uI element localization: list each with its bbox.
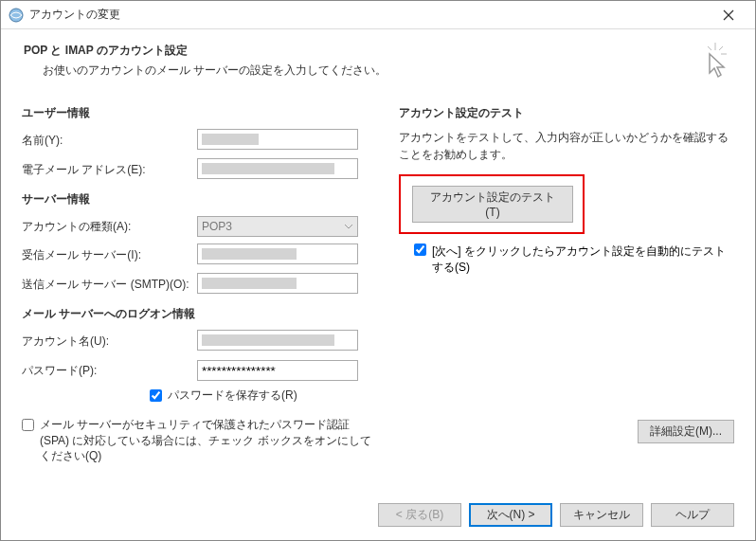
row-save-password: パスワードを保存する(R) [150,388,382,404]
label-email: 電子メール アドレス(E): [22,162,197,178]
right-column: アカウント設定のテスト アカウントをテストして、入力内容が正しいかどうかを確認す… [399,96,734,468]
dialog-window: アカウントの変更 POP と IMAP のアカウント設定 お使いのアカウントのメ… [0,0,756,541]
svg-point-0 [9,9,23,22]
close-button[interactable] [710,2,747,28]
account-type-select: POP3 [197,216,358,237]
cursor-icon [702,43,732,81]
more-settings-button[interactable]: 詳細設定(M)... [638,420,734,443]
header: POP と IMAP のアカウント設定 お使いのアカウントのメール サーバーの設… [1,29,755,86]
next-button[interactable]: 次へ(N) > [469,503,552,527]
section-user-info: ユーザー情報 [22,105,382,121]
label-password: パスワード(P): [22,363,197,379]
label-auto-test: [次へ] をクリックしたらアカウント設定を自動的にテストする(S) [432,243,734,276]
chevron-down-icon [344,221,353,234]
svg-line-5 [719,46,723,50]
row-spa: メール サーバーがセキュリティで保護されたパスワード認証 (SPA) に対応して… [22,417,382,464]
test-description: アカウントをテストして、入力内容が正しいかどうかを確認することをお勧めします。 [399,129,734,163]
name-input[interactable] [197,129,358,150]
row-name: 名前(Y): [22,129,382,153]
email-input[interactable] [197,158,358,179]
app-icon [9,8,24,23]
content: ユーザー情報 名前(Y): 電子メール アドレス(E): サーバー情報 アカウン… [1,86,755,468]
section-logon-info: メール サーバーへのログオン情報 [22,306,382,322]
section-test-title: アカウント設定のテスト [399,105,734,121]
auto-test-checkbox[interactable] [414,243,426,256]
test-settings-button[interactable]: アカウント設定のテスト(T) [412,186,573,223]
window-title: アカウントの変更 [29,7,710,23]
row-outgoing: 送信メール サーバー (SMTP)(O): [22,273,382,297]
help-button[interactable]: ヘルプ [651,503,734,527]
label-spa: メール サーバーがセキュリティで保護されたパスワード認証 (SPA) に対応して… [40,417,382,464]
account-type-value: POP3 [202,220,232,233]
svg-line-4 [708,46,711,50]
cancel-button[interactable]: キャンセル [560,503,643,527]
incoming-input[interactable] [197,243,358,264]
left-column: ユーザー情報 名前(Y): 電子メール アドレス(E): サーバー情報 アカウン… [22,96,382,468]
label-account-type: アカウントの種類(A): [22,219,197,235]
row-account-type: アカウントの種類(A): POP3 [22,215,382,238]
label-incoming: 受信メール サーバー(I): [22,247,197,263]
more-settings-row: 詳細設定(M)... [638,420,734,443]
back-button: < 戻る(B) [378,503,461,527]
account-name-input[interactable] [197,330,358,351]
spa-checkbox[interactable] [22,419,34,431]
footer-buttons: < 戻る(B) 次へ(N) > キャンセル ヘルプ [378,503,734,527]
header-subtitle: お使いのアカウントのメール サーバーの設定を入力してください。 [43,63,736,79]
titlebar: アカウントの変更 [1,1,755,29]
row-account-name: アカウント名(U): [22,330,382,353]
outgoing-input[interactable] [197,273,358,294]
row-email: 電子メール アドレス(E): [22,158,382,182]
test-highlight-box: アカウント設定のテスト(T) [399,174,585,234]
label-name: 名前(Y): [22,133,197,149]
section-server-info: サーバー情報 [22,191,382,207]
header-title: POP と IMAP のアカウント設定 [24,43,736,59]
label-account-name: アカウント名(U): [22,334,197,350]
label-outgoing: 送信メール サーバー (SMTP)(O): [22,277,197,293]
row-incoming: 受信メール サーバー(I): [22,243,382,267]
password-input[interactable] [197,360,358,381]
row-password: パスワード(P): [22,359,382,382]
close-icon [723,9,734,21]
save-password-checkbox[interactable] [150,389,162,402]
label-save-password: パスワードを保存する(R) [168,388,382,404]
row-auto-test: [次へ] をクリックしたらアカウント設定を自動的にテストする(S) [414,243,734,276]
